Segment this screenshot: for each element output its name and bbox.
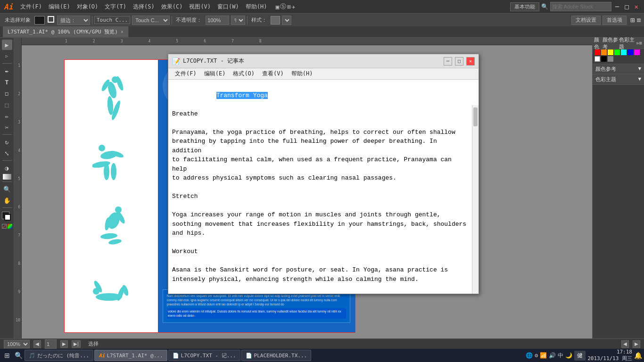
notepad-scrollbar[interactable]: [472, 105, 479, 294]
tool-pencil[interactable]: ✏: [2, 111, 12, 121]
panel-color-theme-header[interactable]: 色彩主题 ▼: [593, 74, 644, 84]
tool-select[interactable]: ▶: [2, 40, 12, 50]
notepad-minimize-btn[interactable]: ─: [444, 57, 452, 66]
minimize-btn[interactable]: ─: [613, 2, 621, 11]
taskbar-app-ai[interactable]: Ai L7START_1.AI* @...: [94, 350, 167, 361]
tool-gradient[interactable]: [3, 174, 11, 180]
taskbar-app-notepad2[interactable]: 📄 PLACEHOLDER.TX...: [241, 350, 312, 361]
search-button[interactable]: 🔍: [13, 350, 24, 361]
swatch-white[interactable]: [594, 56, 600, 62]
next-page-btn[interactable]: ▶: [60, 340, 68, 348]
stroke-select[interactable]: 描边：: [57, 16, 90, 25]
last-page-btn[interactable]: ▶|: [72, 340, 81, 348]
page-input[interactable]: [45, 339, 57, 349]
swatch-black[interactable]: [601, 56, 607, 62]
fill-color[interactable]: [34, 16, 45, 25]
swatch-green[interactable]: [614, 49, 620, 55]
text-overlay[interactable]: Num doloreetum ven sequam ver suscipisti…: [163, 289, 350, 323]
tool-blend[interactable]: ◑: [2, 163, 12, 173]
touch-select[interactable]: Touch C...: [132, 16, 170, 25]
menu-help[interactable]: 帮助(H): [243, 2, 270, 12]
np-menu-format[interactable]: 格式(O): [229, 69, 258, 79]
preferences-btn[interactable]: 首选项: [603, 16, 627, 25]
notepad-content[interactable]: Transform Yoga Breathe Pranayama, the yo…: [168, 80, 479, 294]
adobe-stock-search[interactable]: [550, 2, 611, 11]
zoom-select[interactable]: 100%: [4, 340, 30, 348]
panel-theme-chevron[interactable]: ▼: [638, 76, 641, 83]
notification-icon[interactable]: 🔔: [634, 352, 642, 359]
panel-label-theme[interactable]: 色彩主题: [619, 36, 636, 50]
swatch-blue[interactable]: [627, 49, 633, 55]
swatch-gray[interactable]: [608, 56, 613, 62]
np-menu-edit[interactable]: 编辑(E): [200, 69, 230, 79]
panel-menu-icon[interactable]: ≡: [639, 40, 642, 46]
tool-rotate[interactable]: ↻: [2, 137, 12, 147]
tool-paintbrush[interactable]: ⬚: [2, 99, 12, 110]
menu-select[interactable]: 选择(S): [130, 2, 157, 12]
swatch-yellow[interactable]: [608, 49, 613, 55]
no-color-btn[interactable]: [2, 224, 7, 229]
tool-pen[interactable]: ✒: [2, 66, 12, 76]
style-box[interactable]: [271, 16, 280, 25]
doc-tab[interactable]: L7START_1.AI* @ 100% (CMYK/GPU 预览) ×: [3, 26, 129, 37]
panel-ref-chevron[interactable]: ▼: [638, 66, 641, 73]
status-right-btn[interactable]: ▶: [633, 340, 640, 348]
menu-view[interactable]: 视图(V): [186, 2, 214, 12]
prev-page-btn[interactable]: ◀: [33, 340, 41, 348]
tray-settings-icon[interactable]: ⚙: [535, 352, 538, 359]
status-left-btn[interactable]: ◀: [621, 340, 629, 348]
tool-scale[interactable]: ⤡: [2, 148, 12, 158]
swatch-cyan[interactable]: [621, 49, 627, 55]
taskbar-app-music[interactable]: 🎵 だったのに (纯音...: [25, 350, 93, 361]
doc-settings-btn[interactable]: 文档设置: [571, 16, 601, 25]
panel-label-color[interactable]: 颜色: [594, 36, 603, 50]
stroke-color-box[interactable]: [4, 214, 11, 221]
menu-effect[interactable]: 效果(C): [158, 2, 186, 12]
tray-ime-icon[interactable]: 中: [558, 352, 563, 360]
close-btn[interactable]: ✕: [633, 2, 640, 11]
menu-edit[interactable]: 编辑(E): [46, 2, 73, 12]
tray-moon-icon[interactable]: 🌙: [565, 352, 572, 359]
notepad-maximize-btn[interactable]: □: [455, 57, 463, 66]
toolbar-icon-2[interactable]: ≡: [636, 16, 641, 25]
swatch-red[interactable]: [594, 49, 600, 55]
tool-direct-select[interactable]: ▷: [2, 51, 12, 61]
menu-object[interactable]: 对象(O): [74, 2, 101, 12]
opacity-unit[interactable]: %: [231, 16, 245, 25]
tray-network-icon[interactable]: 📶: [540, 352, 547, 359]
workspace-preset-btn[interactable]: 基本功能: [510, 2, 539, 11]
panel-color-ref-header[interactable]: 颜色参考 ▼: [593, 64, 644, 74]
style-select[interactable]: [282, 16, 291, 25]
opacity-input[interactable]: [206, 16, 229, 25]
tray-volume-icon[interactable]: 🔊: [549, 352, 556, 359]
tool-hand[interactable]: ✋: [2, 195, 12, 206]
color-icon[interactable]: [8, 224, 12, 229]
tray-globe-icon[interactable]: 🌐: [526, 352, 533, 359]
tool-zoom[interactable]: 🔍: [2, 184, 12, 194]
tool-shape[interactable]: ◻: [2, 88, 12, 99]
swatch-magenta[interactable]: [634, 49, 640, 55]
doc-tab-close[interactable]: ×: [121, 29, 124, 34]
menu-window[interactable]: 窗口(W): [215, 2, 242, 12]
start-button[interactable]: ⊞: [2, 350, 12, 361]
plugin-icon-3[interactable]: ⊞: [287, 3, 291, 10]
swatch-orange[interactable]: [601, 49, 607, 55]
panel-expand-icon[interactable]: »: [636, 40, 639, 46]
panel-label-ref[interactable]: 颜色参考: [603, 36, 619, 50]
menu-file[interactable]: 文件(F): [17, 2, 45, 12]
plugin-icon-1[interactable]: ▣: [275, 3, 279, 10]
toolbar-icon-1[interactable]: ⊞: [630, 16, 635, 25]
tool-eraser[interactable]: ✂: [2, 122, 12, 132]
tool-type[interactable]: T: [2, 77, 12, 87]
menu-text[interactable]: 文字(T): [102, 2, 129, 12]
taskbar-clock[interactable]: 17:18 2013/11/13 周三: [587, 349, 632, 362]
np-menu-view[interactable]: 查看(V): [258, 69, 288, 79]
plugin-icon-2[interactable]: Ⓢ: [280, 2, 286, 11]
scrollbar-thumb[interactable]: [473, 107, 478, 126]
notepad-close-btn[interactable]: ✕: [466, 57, 475, 66]
taskbar-app-notepad1[interactable]: 📄 L7COPY.TXT - 记...: [168, 350, 240, 361]
maximize-btn[interactable]: □: [623, 2, 630, 11]
np-menu-file[interactable]: 文件(F): [171, 69, 200, 79]
plugin-icon-4[interactable]: ✈: [292, 3, 296, 10]
np-menu-help[interactable]: 帮助(H): [288, 69, 317, 79]
